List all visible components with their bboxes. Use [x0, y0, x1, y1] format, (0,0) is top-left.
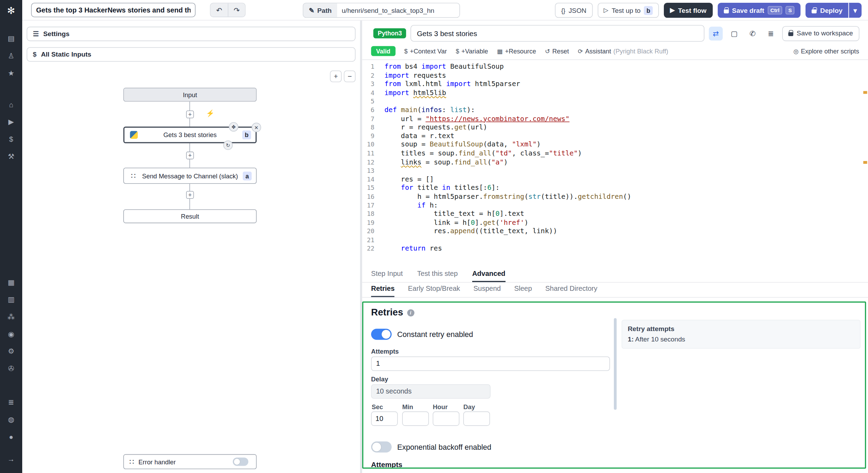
flow-settings-bar[interactable]: ☰ Settings — [27, 27, 356, 41]
kbd-ctrl: Ctrl — [768, 6, 782, 15]
flow-result-node[interactable]: Result — [123, 209, 257, 223]
assistant-detail: (Pyright Black Ruff) — [614, 48, 668, 54]
groups-icon[interactable]: ⁂ — [0, 308, 22, 326]
favorites-icon[interactable]: ★ — [0, 65, 22, 82]
subtab-sleep[interactable]: Sleep — [514, 285, 532, 297]
error-handler-toggle[interactable] — [233, 457, 248, 466]
tab-step-input[interactable]: Step Input — [371, 270, 403, 282]
day-label: Day — [463, 404, 475, 410]
code-lines: 1from bs4 import BeautifulSoup2import re… — [362, 63, 868, 253]
windmill-logo-icon[interactable]: ✻ — [0, 2, 22, 19]
fullscreen-icon[interactable]: ▢ — [727, 26, 741, 40]
path-group: ✎ Path — [303, 3, 460, 18]
step-title-input[interactable] — [411, 25, 704, 42]
variables-icon[interactable]: $ — [0, 130, 22, 148]
delay-input — [371, 384, 491, 399]
webhook-icon[interactable]: ✆ — [745, 26, 759, 40]
topbar: ↶ ↷ ✎ Path {} JSON ▷ Test up to b — [22, 0, 868, 20]
schedules-icon[interactable]: ▦ — [0, 274, 22, 291]
delete-step-button[interactable]: ✕ — [252, 123, 261, 132]
retry-summary-card: Retry attempts 1: After 10 seconds — [621, 320, 860, 349]
step-node-a[interactable]: ∷ Send Message to Channel (slack) a — [123, 168, 257, 184]
path-label-text: Path — [317, 6, 332, 14]
deploy-button[interactable]: Deploy — [806, 3, 849, 18]
hour-label: Hour — [433, 404, 448, 410]
explore-other-scripts-button[interactable]: ◎ Explore other scripts — [793, 48, 859, 55]
flows-icon[interactable]: ▶ — [0, 113, 22, 130]
day-input[interactable] — [463, 412, 490, 426]
user-icon[interactable]: ♙ — [0, 47, 22, 65]
warning-marker — [863, 161, 867, 164]
hour-input[interactable] — [433, 412, 459, 426]
assistant-button[interactable]: ⟳ Assistant (Pyright Black Ruff) — [578, 48, 668, 55]
lock-icon — [788, 32, 793, 36]
language-badge: Python3 — [373, 28, 406, 39]
diff-icon[interactable]: ≣ — [764, 26, 778, 40]
audit-logs-icon[interactable]: ◉ — [0, 326, 22, 343]
subtab-retries[interactable]: Retries — [371, 285, 395, 297]
path-input[interactable] — [337, 3, 459, 17]
runs-icon[interactable]: ▤ — [0, 30, 22, 47]
test-flow-button[interactable]: ▶ Test flow — [664, 3, 712, 18]
play-icon: ▶ — [670, 7, 675, 14]
expand-sidebar-icon[interactable]: → — [0, 450, 22, 467]
warning-marker — [863, 91, 867, 94]
tab-advanced[interactable]: Advanced — [472, 270, 506, 282]
app-root: ✻ ▤ ♙ ★ ⌂ ▶ $ ⚒ ▦ ▥ ⁂ ◉ ⚙ ✇ ≣ ◍ ● → — [0, 0, 868, 473]
workers-icon[interactable]: ✇ — [0, 360, 22, 377]
insert-step-button[interactable]: + — [186, 152, 194, 159]
redo-button[interactable]: ↷ — [228, 3, 245, 17]
attempts-input[interactable] — [371, 356, 610, 371]
dollar-icon: $ — [33, 51, 36, 58]
min-input[interactable] — [402, 412, 429, 426]
info-icon[interactable]: i — [407, 309, 414, 316]
insert-step-button[interactable]: + — [186, 191, 194, 199]
move-step-handle[interactable]: ✥ — [229, 122, 238, 132]
restart-from-step-button[interactable]: ↻ — [223, 141, 233, 150]
subtab-suspend[interactable]: Suspend — [474, 285, 501, 297]
json-button[interactable]: {} JSON — [555, 3, 593, 18]
add-variable-button[interactable]: $ +Variable — [456, 48, 488, 54]
github-icon[interactable]: ● — [0, 428, 22, 446]
step-tabs: Step Input Test this step Advanced — [362, 268, 868, 282]
docs-icon[interactable]: ≣ — [0, 394, 22, 411]
folders-icon[interactable]: ▥ — [0, 291, 22, 308]
code-editor[interactable]: 1from bs4 import BeautifulSoup2import re… — [362, 60, 868, 268]
constant-retry-toggle[interactable] — [371, 329, 392, 340]
sec-label: Sec — [372, 404, 383, 410]
zoom-out-button[interactable]: − — [344, 70, 356, 82]
trigger-bolt-icon[interactable]: ⚡ — [206, 109, 215, 117]
test-up-to-button[interactable]: ▷ Test up to b — [598, 3, 659, 18]
python-icon — [130, 131, 137, 139]
subtab-shared-directory[interactable]: Shared Directory — [545, 285, 597, 297]
error-handler-node[interactable]: ∷ Error handler — [123, 454, 257, 469]
retries-scrollbar[interactable] — [614, 318, 617, 410]
home-icon[interactable]: ⌂ — [0, 96, 22, 113]
add-resource-button[interactable]: ▦ +Resource — [497, 48, 536, 55]
add-context-var-button[interactable]: $ +Context Var — [404, 48, 447, 54]
resources-icon[interactable]: ⚒ — [0, 148, 22, 165]
exponential-backoff-toggle[interactable] — [371, 441, 392, 453]
save-draft-button[interactable]: Save draft Ctrl S — [718, 3, 801, 18]
kbd-s: S — [786, 6, 795, 15]
bug-icon: ∷ — [130, 457, 134, 466]
sec-input[interactable] — [371, 412, 398, 426]
all-static-inputs-bar[interactable]: $ All Static Inputs — [27, 47, 356, 62]
sync-script-icon[interactable]: ⇄ — [709, 26, 723, 40]
deploy-dropdown-button[interactable]: ▾ — [849, 3, 861, 18]
save-to-workspace-button[interactable]: Save to workspace — [782, 26, 859, 41]
undo-button[interactable]: ↶ — [210, 3, 228, 17]
path-label[interactable]: ✎ Path — [303, 3, 337, 17]
move-icon: ✥ — [232, 124, 236, 130]
workspace-settings-icon[interactable]: ⚙ — [0, 343, 22, 360]
zoom-in-button[interactable]: + — [330, 70, 342, 82]
flow-input-node[interactable]: Input — [123, 88, 257, 102]
flow-title-input[interactable] — [31, 3, 196, 17]
tab-test-this-step[interactable]: Test this step — [417, 270, 458, 282]
retries-heading: Retries — [371, 307, 403, 318]
subtab-early-stop[interactable]: Early Stop/Break — [408, 285, 460, 297]
reset-button[interactable]: ↺ Reset — [545, 48, 569, 55]
step-id-badge: b — [242, 130, 251, 140]
discord-icon[interactable]: ◍ — [0, 411, 22, 428]
insert-step-button[interactable]: + — [186, 110, 194, 118]
